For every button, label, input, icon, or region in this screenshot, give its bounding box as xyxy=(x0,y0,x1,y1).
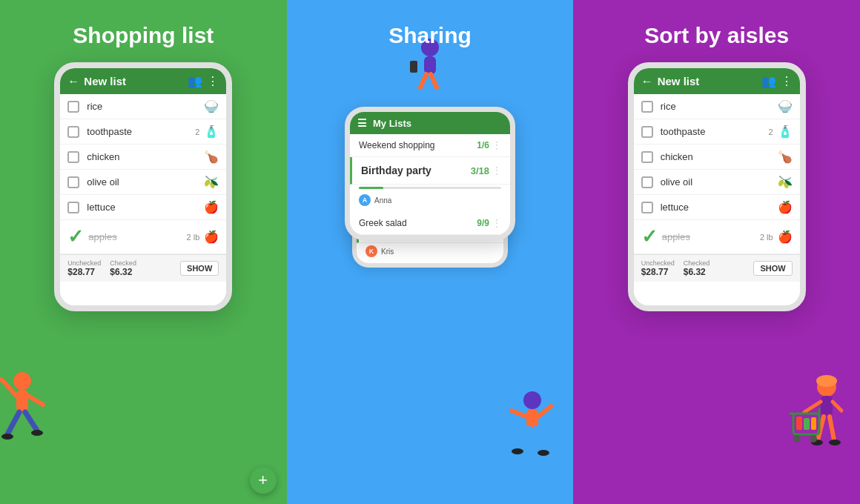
svg-line-10 xyxy=(420,74,426,87)
checkbox-lettuce-sort[interactable] xyxy=(641,202,653,213)
panel-sharing: Sharing ☰ My Lists New list 7/11 ⋮ xyxy=(287,0,574,504)
phone-front: ☰ My Lists Weekend shopping 1/6 ⋮ Birthd… xyxy=(345,107,515,240)
svg-point-29 xyxy=(829,440,841,445)
checkbox-toothpaste[interactable] xyxy=(67,126,79,138)
fab-add[interactable]: + xyxy=(250,467,277,494)
svg-line-17 xyxy=(517,428,529,449)
list-row-birthday-front: Birthday party 3/18 ⋮ xyxy=(350,157,510,185)
show-button-sort[interactable]: SHOW xyxy=(753,261,792,276)
phone-shopping-list: ← New list 👥 ⋮ rice 🍚 toothpaste 2 🧴 chi… xyxy=(54,62,232,311)
list-row-greek: Greek salad 9/9 ⋮ xyxy=(350,212,510,235)
svg-point-32 xyxy=(793,435,801,442)
list-item: lettuce 🍎 xyxy=(634,195,800,220)
svg-point-22 xyxy=(816,375,837,387)
checked-label: Checked xyxy=(110,259,136,267)
svg-line-15 xyxy=(512,411,526,417)
illustration-person-cart xyxy=(775,375,856,482)
svg-line-5 xyxy=(25,412,37,431)
phone-stack: ☰ My Lists New list 7/11 ⋮ Birthday part… xyxy=(334,99,526,396)
list-item: lettuce 🍎 xyxy=(60,195,226,220)
svg-rect-23 xyxy=(821,396,833,417)
panel-title-sharing: Sharing xyxy=(374,22,486,49)
unchecked-label-sort: Unchecked xyxy=(641,259,675,267)
show-button[interactable]: SHOW xyxy=(180,261,219,276)
checked-price: $6.32 xyxy=(110,267,136,277)
share-icon[interactable]: 👥 xyxy=(188,74,202,88)
svg-rect-35 xyxy=(796,417,802,430)
svg-rect-1 xyxy=(16,390,28,412)
checkbox-olive-oil-sort[interactable] xyxy=(641,176,653,188)
svg-line-16 xyxy=(538,406,551,417)
svg-rect-14 xyxy=(526,409,538,428)
checked-label-sort: Checked xyxy=(684,259,710,267)
more-icon[interactable]: ⋮ xyxy=(207,74,219,88)
list-item-checked: ✓ apples 2 lb 🍎 xyxy=(60,220,226,254)
svg-line-3 xyxy=(28,396,43,405)
checkmark-icon: ✓ xyxy=(67,225,84,248)
svg-point-7 xyxy=(31,430,43,436)
list-row-weekend: Weekend shopping 1/6 ⋮ xyxy=(350,134,510,157)
shared-by-anna: A Anna xyxy=(350,192,510,212)
bottom-bar: Unchecked $28.77 Checked $6.32 SHOW xyxy=(60,254,226,282)
svg-point-6 xyxy=(1,434,13,440)
svg-line-4 xyxy=(7,412,19,434)
list-item: rice 🍚 xyxy=(60,94,226,119)
more-icon-sort[interactable]: ⋮ xyxy=(781,74,793,88)
svg-point-19 xyxy=(512,448,523,454)
unchecked-price: $28.77 xyxy=(67,267,101,277)
list-item: toothpaste 2 🧴 xyxy=(60,119,226,145)
checkbox-chicken[interactable] xyxy=(67,151,79,163)
app-bar-title: New list xyxy=(84,75,183,87)
progress-fill xyxy=(359,187,383,189)
illustration-dancer-green xyxy=(0,368,67,482)
svg-line-27 xyxy=(830,417,834,440)
checkbox-rice-sort[interactable] xyxy=(641,101,653,113)
checkbox-olive-oil[interactable] xyxy=(67,176,79,188)
list-item: olive oil 🫒 xyxy=(60,170,226,195)
svg-line-25 xyxy=(833,402,841,411)
checkmark-icon-sort: ✓ xyxy=(641,225,658,248)
checkbox-rice[interactable] xyxy=(67,101,79,113)
app-bar-sort: ← New list 👥 ⋮ xyxy=(634,68,800,94)
phone-sort: ← New list 👥 ⋮ rice 🍚 toothpaste 2 🧴 chi… xyxy=(628,62,806,311)
svg-point-13 xyxy=(523,391,541,409)
list-item: chicken 🍗 xyxy=(634,145,800,170)
my-lists-bar-front: ☰ My Lists xyxy=(350,112,510,134)
svg-rect-37 xyxy=(811,417,816,430)
list-item-checked-sort: ✓ apples 2 lb 🍎 xyxy=(634,220,800,254)
svg-rect-12 xyxy=(410,61,417,73)
svg-line-18 xyxy=(535,428,543,451)
app-bar-title-sort: New list xyxy=(658,75,757,87)
back-icon-sort[interactable]: ← xyxy=(641,75,653,88)
list-item: chicken 🍗 xyxy=(60,145,226,170)
list-item: toothpaste 2 🧴 xyxy=(634,119,800,145)
svg-point-33 xyxy=(810,435,817,442)
unchecked-price-sort: $28.77 xyxy=(641,267,675,277)
svg-rect-36 xyxy=(804,418,810,430)
progress-bar xyxy=(359,187,501,189)
svg-line-11 xyxy=(431,74,437,87)
panel-title-shopping: Shopping list xyxy=(58,22,228,49)
checked-price-sort: $6.32 xyxy=(684,267,710,277)
list-item: rice 🍚 xyxy=(634,94,800,119)
illustration-dancer-blue xyxy=(503,390,562,489)
app-bar-shopping: ← New list 👥 ⋮ xyxy=(60,68,226,94)
back-icon[interactable]: ← xyxy=(67,75,79,88)
shared-by-kris: K Kris xyxy=(357,243,503,263)
list-item: olive oil 🫒 xyxy=(634,170,800,195)
bottom-bar-sort: Unchecked $28.77 Checked $6.32 SHOW xyxy=(634,254,800,282)
panel-shopping-list: Shopping list ← New list 👥 xyxy=(0,0,287,504)
my-lists-title-front: My Lists xyxy=(373,118,411,129)
svg-point-20 xyxy=(538,450,549,456)
svg-rect-9 xyxy=(424,56,436,74)
checkbox-chicken-sort[interactable] xyxy=(641,151,653,163)
checkbox-lettuce[interactable] xyxy=(67,202,79,213)
panel-sort: Sort by aisles ← New list 👥 ⋮ rice 🍚 too… xyxy=(573,0,860,504)
panel-title-sort: Sort by aisles xyxy=(629,22,804,49)
svg-point-0 xyxy=(13,372,31,390)
unchecked-label: Unchecked xyxy=(67,259,101,267)
checkbox-toothpaste-sort[interactable] xyxy=(641,126,653,138)
share-icon-sort[interactable]: 👥 xyxy=(761,74,776,88)
